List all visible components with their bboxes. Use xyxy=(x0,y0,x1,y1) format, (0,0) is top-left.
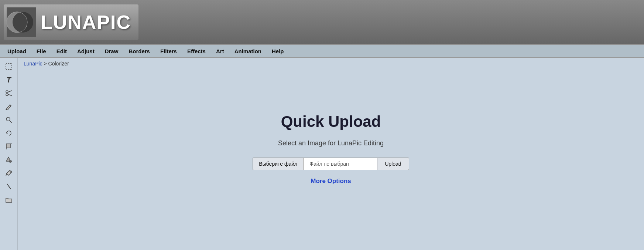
pencil-tool[interactable] xyxy=(2,101,16,112)
quick-upload-title: Quick Upload xyxy=(281,113,381,131)
svg-rect-12 xyxy=(6,144,10,148)
svg-point-6 xyxy=(6,94,8,96)
nav-help[interactable]: Help xyxy=(267,46,289,57)
navbar: Upload File Edit Adjust Draw Borders Fil… xyxy=(0,44,644,58)
svg-line-17 xyxy=(7,184,11,189)
svg-line-15 xyxy=(6,173,7,176)
zoom-tool[interactable] xyxy=(2,114,16,126)
breadcrumb-current: Colorizer xyxy=(48,61,69,67)
svg-point-10 xyxy=(6,117,10,121)
svg-point-5 xyxy=(6,91,8,93)
main-layout: T xyxy=(0,58,644,250)
nav-effects[interactable]: Effects xyxy=(182,46,211,57)
breadcrumb-home[interactable]: LunaPic xyxy=(24,61,42,67)
text-tool[interactable]: T xyxy=(2,74,16,86)
nav-art[interactable]: Art xyxy=(211,46,229,57)
dropper-tool[interactable] xyxy=(2,167,16,179)
more-options-link[interactable]: More Options xyxy=(311,178,351,185)
svg-line-11 xyxy=(10,121,12,123)
scissors-tool[interactable] xyxy=(2,87,16,99)
nav-adjust[interactable]: Adjust xyxy=(72,46,100,57)
content: LunaPic > Colorizer Quick Upload Select … xyxy=(18,58,644,250)
nav-file[interactable]: File xyxy=(31,46,51,57)
folder-tool[interactable] xyxy=(2,194,16,206)
nav-borders[interactable]: Borders xyxy=(123,46,155,57)
fill-tool[interactable] xyxy=(2,154,16,166)
svg-point-16 xyxy=(10,171,11,172)
upload-subtitle: Select an Image for LunaPic Editing xyxy=(278,139,384,147)
logo-icon xyxy=(7,7,36,37)
sidebar: T xyxy=(0,58,18,250)
svg-point-2 xyxy=(13,12,33,33)
file-choose-button[interactable]: Выберите файл xyxy=(253,158,303,170)
rotate-tool[interactable] xyxy=(2,127,16,139)
logo-text: LUNAPIC xyxy=(41,11,131,33)
svg-rect-4 xyxy=(6,64,12,70)
file-name-display: Файл не выбран xyxy=(303,158,377,170)
crop-tool[interactable] xyxy=(2,141,16,152)
nav-upload[interactable]: Upload xyxy=(2,46,31,57)
nav-animation[interactable]: Animation xyxy=(229,46,267,57)
upload-panel: Quick Upload Select an Image for LunaPic… xyxy=(24,72,638,247)
nav-draw[interactable]: Draw xyxy=(100,46,124,57)
header: LUNAPIC xyxy=(0,0,644,44)
nav-edit[interactable]: Edit xyxy=(51,46,72,57)
breadcrumb: LunaPic > Colorizer xyxy=(24,61,638,67)
nav-filters[interactable]: Filters xyxy=(155,46,182,57)
file-upload-row: Выберите файл Файл не выбран Upload xyxy=(253,158,409,170)
breadcrumb-separator: > xyxy=(42,61,48,67)
logo-container: LUNAPIC xyxy=(4,4,138,40)
select-tool[interactable] xyxy=(2,61,16,72)
upload-button[interactable]: Upload xyxy=(377,158,409,170)
brush-tool[interactable] xyxy=(2,180,16,192)
